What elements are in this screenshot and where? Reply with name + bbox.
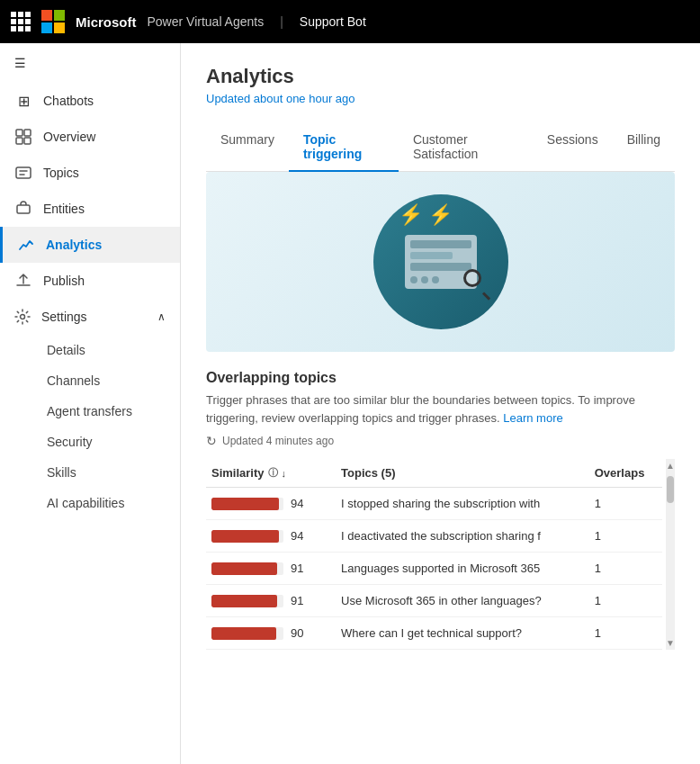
similarity-bar-fill-3 [211, 595, 277, 607]
sidebar-item-settings[interactable]: Settings ∧ [0, 299, 180, 335]
analytics-icon [17, 236, 35, 254]
entities-label: Entities [43, 202, 85, 216]
grid-menu-icon[interactable] [11, 12, 31, 31]
page-title: Analytics [206, 65, 675, 88]
overview-label: Overview [43, 130, 95, 144]
overview-icon [14, 128, 32, 146]
learn-more-link[interactable]: Learn more [503, 411, 562, 425]
hero-illustration: ⚡ ⚡ [369, 185, 513, 338]
table-row[interactable]: 94 I deactivated the subscription sharin… [206, 520, 662, 553]
similarity-bar-fill-0 [211, 498, 279, 510]
cell-similarity-0: 94 [206, 488, 336, 520]
security-label: Security [47, 435, 93, 449]
analytics-label: Analytics [46, 238, 102, 252]
channels-label: Channels [47, 373, 100, 388]
cell-similarity-1: 94 [206, 520, 336, 553]
similarity-value-1: 94 [291, 529, 309, 543]
sidebar-item-chatbots[interactable]: ⊞ Chatbots [0, 83, 180, 119]
table-row[interactable]: 91 Use Microsoft 365 in other languages?… [206, 585, 662, 617]
table-row[interactable]: 94 I stopped sharing the subscription wi… [206, 488, 662, 520]
settings-label: Settings [41, 310, 87, 324]
similarity-value-4: 90 [291, 626, 309, 640]
tab-customer-satisfaction[interactable]: Customer Satisfaction [399, 123, 533, 172]
sidebar-item-analytics[interactable]: Analytics [0, 227, 180, 263]
table-wrapper: Similarity ⓘ ↓ Topics (5) Overlaps [206, 459, 675, 650]
cell-topic-1[interactable]: I deactivated the subscription sharing f [336, 520, 589, 553]
table-row[interactable]: 90 Where can I get technical support? 1 [206, 617, 662, 650]
sidebar-sub-channels[interactable]: Channels [0, 365, 180, 396]
ai-capabilities-label: AI capabilities [47, 496, 124, 510]
similarity-bar-0 [211, 498, 283, 510]
cell-topic-3[interactable]: Use Microsoft 365 in other languages? [336, 585, 589, 617]
tab-sessions[interactable]: Sessions [533, 123, 613, 172]
scroll-up-arrow[interactable]: ▲ [664, 459, 675, 472]
similarity-bar-2 [211, 562, 283, 575]
page-subtitle: Updated about one hour ago [206, 92, 675, 105]
sidebar-item-publish[interactable]: Publish [0, 263, 180, 299]
company-name: Microsoft [76, 14, 137, 30]
scrollbar-track[interactable]: ▲ ▼ [666, 459, 675, 650]
cell-topic-4[interactable]: Where can I get technical support? [336, 617, 589, 650]
cell-similarity-4: 90 [206, 617, 336, 650]
col-similarity: Similarity ⓘ ↓ [206, 459, 336, 488]
cell-similarity-3: 91 [206, 585, 336, 617]
col-topics: Topics (5) [336, 459, 589, 488]
hamburger-icon: ☰ [14, 56, 26, 70]
main-content: Analytics Updated about one hour ago Sum… [181, 43, 700, 764]
similarity-sort-icon[interactable]: ↓ [282, 468, 287, 479]
scroll-thumb[interactable] [667, 476, 674, 503]
svg-rect-2 [16, 138, 22, 144]
sidebar-sub-agent-transfers[interactable]: Agent transfers [0, 396, 180, 427]
sidebar-sub-ai-capabilities[interactable]: AI capabilities [0, 488, 180, 518]
similarity-value-3: 91 [291, 594, 309, 607]
refresh-icon[interactable]: ↻ [206, 434, 217, 448]
tab-topic-triggering[interactable]: Topic triggering [289, 123, 399, 172]
tab-billing[interactable]: Billing [613, 123, 675, 172]
sidebar-sub-security[interactable]: Security [0, 427, 180, 457]
updated-text: Updated 4 minutes ago [222, 435, 334, 447]
cell-overlaps-0: 1 [589, 488, 662, 520]
section-description: Trigger phrases that are too similar blu… [206, 391, 675, 427]
tab-summary[interactable]: Summary [206, 123, 289, 172]
svg-rect-5 [17, 205, 30, 213]
settings-chevron-icon: ∧ [157, 310, 166, 323]
magnifier-graphic [463, 269, 490, 296]
chatbots-icon: ⊞ [14, 92, 32, 110]
svg-rect-3 [24, 138, 31, 144]
chatbots-label: Chatbots [43, 94, 94, 108]
updated-row: ↻ Updated 4 minutes ago [206, 434, 675, 448]
table-row[interactable]: 91 Languages supported in Microsoft 365 … [206, 553, 662, 585]
sidebar-item-topics[interactable]: Topics [0, 155, 180, 191]
cell-topic-2[interactable]: Languages supported in Microsoft 365 [336, 553, 589, 585]
product-name: Power Virtual Agents [148, 14, 265, 29]
hamburger-button[interactable]: ☰ [0, 43, 180, 83]
cell-topic-0[interactable]: I stopped sharing the subscription with [336, 488, 589, 520]
nav-separator: | [280, 14, 283, 29]
entities-icon [14, 200, 32, 218]
bot-name: Support Bot [300, 14, 366, 29]
publish-label: Publish [43, 274, 85, 288]
cell-overlaps-1: 1 [589, 520, 662, 553]
sidebar-sub-details[interactable]: Details [0, 335, 180, 365]
sidebar-item-entities[interactable]: Entities [0, 191, 180, 227]
similarity-bar-fill-1 [211, 530, 279, 543]
similarity-bar-3 [211, 595, 283, 607]
sidebar-item-overview[interactable]: Overview [0, 119, 180, 155]
svg-rect-0 [16, 130, 22, 136]
microsoft-logo [41, 10, 65, 33]
topnav: Microsoft Power Virtual Agents | Support… [0, 0, 700, 43]
publish-icon [14, 272, 32, 290]
similarity-bar-1 [211, 530, 283, 543]
topics-label: Topics [43, 166, 79, 180]
details-label: Details [47, 343, 85, 357]
lightning-icons: ⚡ ⚡ [399, 203, 453, 227]
sidebar: ☰ ⊞ Chatbots Overview Topics Entities [0, 43, 181, 764]
similarity-info-icon[interactable]: ⓘ [268, 466, 278, 480]
topics-table: Similarity ⓘ ↓ Topics (5) Overlaps [206, 459, 662, 650]
scroll-down-arrow[interactable]: ▼ [664, 636, 675, 650]
cell-overlaps-3: 1 [589, 585, 662, 617]
similarity-bar-fill-2 [211, 562, 277, 575]
svg-rect-1 [24, 130, 31, 136]
similarity-value-2: 91 [291, 562, 309, 575]
sidebar-sub-skills[interactable]: Skills [0, 457, 180, 488]
